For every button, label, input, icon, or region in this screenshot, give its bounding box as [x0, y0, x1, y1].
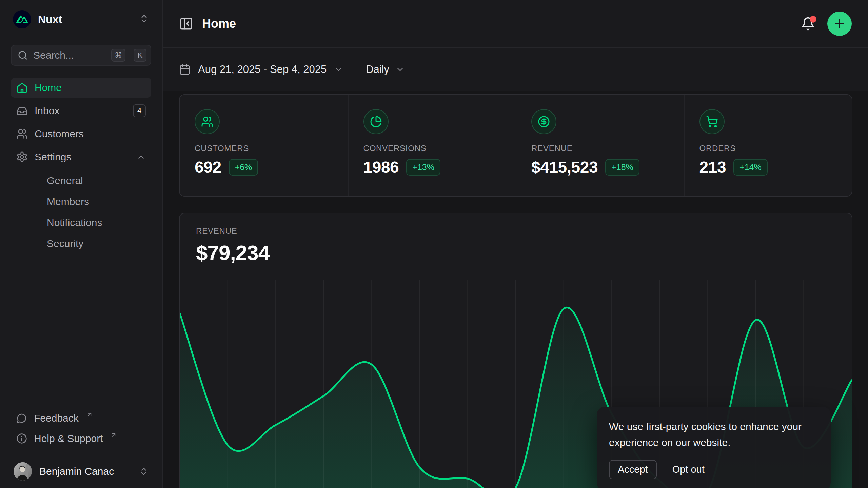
stat-value: 692 — [195, 158, 221, 177]
chevron-up-icon — [136, 152, 146, 162]
workspace-name: Nuxt — [38, 13, 62, 26]
stat-value: 1986 — [363, 158, 399, 177]
stat-customers: CUSTOMERS 692 +6% — [180, 95, 348, 196]
nuxt-logo-icon — [13, 10, 31, 28]
revenue-total: $79,234 — [196, 241, 835, 265]
stat-label: REVENUE — [531, 144, 669, 153]
stat-label: CONVERSIONS — [363, 144, 501, 153]
stat-delta-badge: +6% — [229, 159, 258, 176]
stat-revenue: REVENUE $415,523 +18% — [516, 95, 684, 196]
sidebar-item-security[interactable]: Security — [24, 233, 151, 254]
sidebar-footer: Feedback Help & Support — [11, 408, 151, 455]
period-value: Daily — [366, 63, 389, 76]
calendar-icon — [179, 64, 191, 75]
plus-icon — [833, 17, 846, 30]
sidebar-nav: Home Inbox 4 Customers Settings — [11, 78, 151, 256]
stat-delta-badge: +18% — [605, 159, 639, 176]
search-input[interactable]: Search... ⌘ K — [11, 45, 151, 66]
sidebar-item-customers[interactable]: Customers — [11, 124, 151, 144]
stat-orders: ORDERS 213 +14% — [684, 95, 852, 196]
toolbar: Aug 21, 2025 - Sep 4, 2025 Daily — [163, 48, 868, 92]
chevrons-up-down-icon — [139, 467, 149, 476]
chevron-down-icon — [395, 65, 405, 74]
avatar — [14, 462, 32, 481]
cookie-banner: We use first-party cookies to enhance yo… — [597, 407, 831, 488]
users-icon — [195, 109, 220, 134]
kbd-cmd: ⌘ — [111, 49, 125, 62]
add-button[interactable] — [827, 12, 852, 36]
stat-label: ORDERS — [699, 144, 837, 153]
search-icon — [18, 50, 28, 60]
arrow-up-right-icon — [86, 411, 93, 418]
sidebar-item-inbox[interactable]: Inbox 4 — [11, 101, 151, 121]
stat-value: $415,523 — [531, 158, 598, 177]
chat-bubble-icon — [16, 413, 27, 424]
user-menu[interactable]: Benjamin Canac — [11, 462, 151, 481]
home-icon — [16, 82, 28, 94]
shopping-cart-icon — [699, 109, 725, 134]
users-icon — [16, 128, 28, 140]
inbox-count-badge: 4 — [133, 104, 146, 117]
stat-label: CUSTOMERS — [195, 144, 333, 153]
stat-conversions: CONVERSIONS 1986 +13% — [348, 95, 516, 196]
stat-value: 213 — [699, 158, 726, 177]
info-circle-icon — [16, 433, 27, 444]
circle-dollar-icon — [531, 109, 556, 134]
stats-card: CUSTOMERS 692 +6% CONVERSIONS 1986 +13% — [179, 94, 852, 197]
user-name: Benjamin Canac — [39, 466, 114, 477]
cookie-message: We use first-party cookies to enhance yo… — [609, 419, 817, 450]
top-navbar: Home — [163, 0, 868, 48]
sidebar-toggle-icon[interactable] — [179, 17, 193, 31]
sidebar-item-label: Customers — [35, 128, 84, 140]
accept-button[interactable]: Accept — [609, 460, 657, 479]
notifications-button[interactable] — [801, 17, 815, 31]
chevrons-up-down-icon — [139, 14, 149, 25]
inbox-icon — [16, 105, 28, 117]
date-range-value: Aug 21, 2025 - Sep 4, 2025 — [198, 63, 327, 76]
gear-icon — [16, 151, 28, 163]
stat-delta-badge: +14% — [733, 159, 768, 176]
app-root: Nuxt Search... ⌘ K Home — [0, 0, 868, 488]
period-select[interactable]: Daily — [366, 63, 405, 76]
kbd-k: K — [134, 49, 146, 62]
sidebar-item-label: Settings — [35, 151, 71, 163]
workspace-switcher[interactable]: Nuxt — [11, 7, 151, 31]
sidebar-item-label: Inbox — [35, 105, 59, 117]
stat-delta-badge: +13% — [406, 159, 440, 176]
settings-sub-list: General Members Notifications Security — [24, 170, 151, 254]
user-section: Benjamin Canac — [0, 455, 162, 488]
sidebar: Nuxt Search... ⌘ K Home — [0, 0, 163, 488]
notification-dot — [810, 16, 816, 23]
navbar-actions — [801, 12, 852, 36]
sidebar-item-general[interactable]: General — [24, 170, 151, 191]
sidebar-item-notifications[interactable]: Notifications — [24, 212, 151, 233]
pie-chart-icon — [363, 109, 389, 134]
help-support-link[interactable]: Help & Support — [11, 428, 151, 449]
chevron-down-icon — [334, 65, 343, 74]
date-range-picker[interactable]: Aug 21, 2025 - Sep 4, 2025 — [179, 63, 343, 76]
sidebar-item-label: Home — [35, 82, 62, 94]
sidebar-item-home[interactable]: Home — [11, 78, 151, 98]
sidebar-item-members[interactable]: Members — [24, 191, 151, 212]
page-title: Home — [202, 17, 236, 31]
opt-out-button[interactable]: Opt out — [672, 464, 705, 475]
arrow-up-right-icon — [110, 432, 117, 439]
search-placeholder: Search... — [33, 49, 106, 61]
feedback-link[interactable]: Feedback — [11, 408, 151, 428]
sidebar-item-settings[interactable]: Settings — [11, 147, 151, 167]
revenue-label: REVENUE — [196, 226, 835, 236]
